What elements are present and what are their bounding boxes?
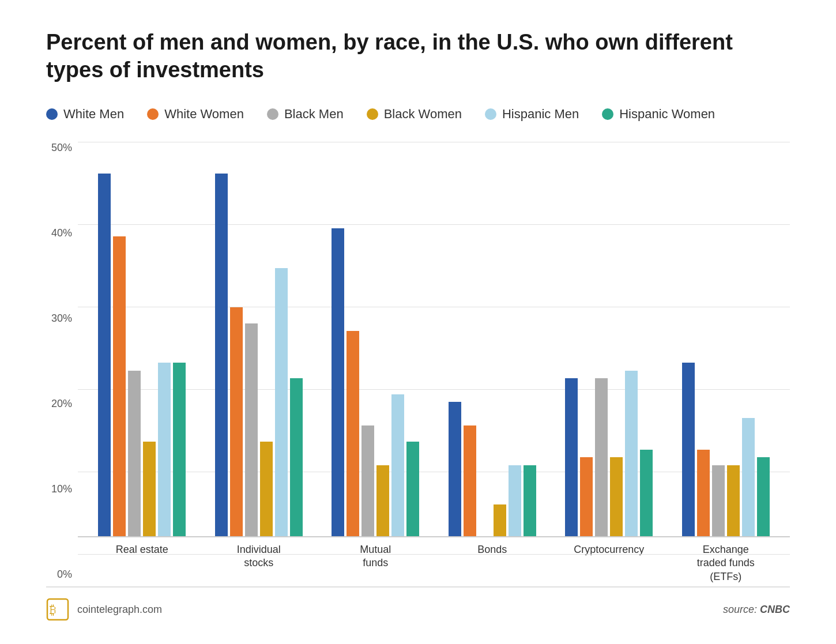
svg-text:₿: ₿ [50,602,56,617]
bar [509,465,521,536]
x-axis-label: Real estate [84,537,201,581]
footer-source-bold: CNBC [760,604,790,615]
bar [610,457,623,536]
bar-group [201,142,318,536]
bar [565,378,578,536]
bar [464,425,476,536]
bar [290,378,303,536]
bar [158,363,171,536]
bar [128,371,141,536]
legend-item-black-women: Black Women [367,107,462,122]
bar [494,504,506,536]
legend-dot [485,108,496,120]
bar [245,323,258,536]
legend-label: Hispanic Women [619,107,715,122]
bar [113,236,126,536]
bar [215,174,228,536]
legend-label: Hispanic Men [502,107,579,122]
legend-dot [46,108,58,120]
bar [712,465,725,536]
legend-dot [367,108,378,120]
legend-label: Black Men [284,107,344,122]
bar-group [317,142,434,536]
bar [682,363,695,536]
cointelegraph-logo-icon: ₿ [46,598,69,621]
legend-item-hispanic-men: Hispanic Men [485,107,579,122]
x-axis-label: Individualstocks [201,537,318,581]
footer-site: cointelegraph.com [77,604,162,616]
bar [98,174,111,536]
legend: White MenWhite WomenBlack Men Black Wome… [46,107,790,122]
bar [697,450,710,536]
legend-item-black-men: Black Men [267,107,344,122]
legend-label: White Women [164,107,244,122]
title: Percent of men and women, by race, in th… [46,29,790,84]
bar [406,442,419,536]
legend-dot [267,108,278,120]
legend-dot [147,108,159,120]
legend-label: White Men [63,107,124,122]
x-axis-label: Exchangetraded funds(ETFs) [668,537,785,581]
bar [143,442,156,536]
y-axis-label: 40% [46,227,78,239]
legend-label: Black Women [384,107,462,122]
x-axis-label: Cryptocurrency [551,537,668,581]
bar [391,394,404,536]
y-axis-label: 30% [46,312,78,325]
bar [260,442,273,536]
footer: ₿ cointelegraph.com source: CNBC [46,586,790,621]
y-axis-label: 0% [46,568,78,581]
bar [727,465,740,536]
bar [757,457,770,536]
y-axis-label: 20% [46,398,78,410]
bar-group [434,142,551,536]
y-axis-label: 10% [46,483,78,495]
x-axis-label: Mutualfunds [317,537,434,581]
bar [347,331,359,536]
bar [275,268,288,536]
bar [332,228,344,536]
x-axis-label: Bonds [434,537,551,581]
legend-dot [602,108,613,120]
bar-group [668,142,785,536]
y-axis-label: 50% [46,142,78,154]
legend-item-white-women: White Women [147,107,244,122]
bar [742,418,755,536]
footer-source-prefix: source: [723,604,760,615]
bar [173,363,186,536]
legend-item-white-men: White Men [46,107,124,122]
bar [449,402,461,536]
bar [376,465,389,536]
bar [595,378,608,536]
bar-group [84,142,201,536]
bar [640,450,653,536]
bar [361,425,374,536]
bar [625,371,638,536]
bar-group [551,142,668,536]
bar [524,465,536,536]
bar [230,307,243,536]
bar [580,457,593,536]
legend-item-hispanic-women: Hispanic Women [602,107,715,122]
